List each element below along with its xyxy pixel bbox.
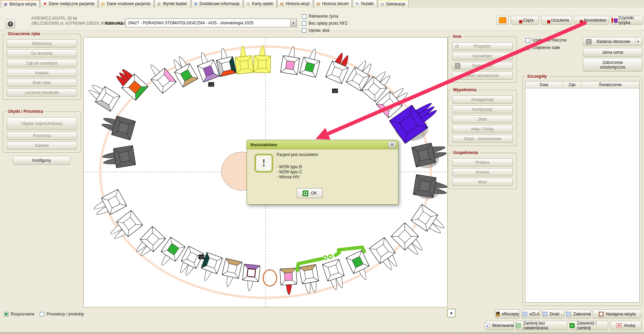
column-header-swiadczenie[interactable]: Świadczenie [581, 81, 639, 88]
rozpoznanie-checkbox[interactable] [4, 312, 8, 316]
tooth[interactable] [143, 59, 176, 94]
close-icon[interactable]: ✕ [388, 141, 396, 148]
tooth[interactable] [280, 268, 298, 295]
patient-name: ASIEWICZ AGATA, 26 lat [31, 16, 77, 21]
anuluj-button[interactable]: ✕ Anuluj [610, 321, 642, 330]
usun-zaznaczenie-button[interactable]: Usuń zaznaczenie [452, 72, 513, 80]
wyleczony-button[interactable]: Wyleczony [7, 40, 77, 48]
tab-dane-osobowe[interactable]: ▤Dane osobowe pacjenta [99, 0, 154, 8]
tab-historia-zlecen[interactable]: ▤Historia zleceń [314, 0, 352, 8]
druki-button[interactable]: Druki ... [542, 309, 564, 318]
uzebienie-stale-checkbox[interactable] [526, 46, 530, 50]
procedury-produkty-checkbox[interactable] [40, 312, 44, 316]
tooth[interactable] [242, 264, 260, 292]
tooth[interactable] [101, 146, 136, 170]
zlote-button[interactable]: Złote [452, 115, 513, 123]
chevron-down-icon[interactable]: ▼ [636, 37, 641, 46]
tooth[interactable] [85, 80, 120, 111]
upraw-dod-checkbox[interactable] [302, 28, 306, 33]
pencil-icon: ✎ [355, 2, 359, 5]
button-label: eRecepty [502, 312, 519, 316]
skierowanie-button[interactable]: ▲ Skierowanie [485, 321, 514, 330]
column-header-zab[interactable]: Ząb [563, 81, 581, 88]
zaburzenia-ortodontyczne-button[interactable]: Zaburzenia ortodontyczne [583, 58, 642, 72]
tooth[interactable] [346, 250, 374, 284]
tooth[interactable] [412, 140, 447, 167]
leczenie-kanalowe-button[interactable]: Leczenie kanałowe [7, 88, 77, 97]
badania-obrazowe-button[interactable]: Badania obrazowe ▼ [583, 37, 642, 46]
chevron-down-icon[interactable]: ▼ [290, 19, 297, 27]
amalgamaty-button[interactable]: Amalgamaty [452, 96, 513, 104]
zatwierdz-i-zamknij-button[interactable]: ✓ Zatwierdź i zamknij [569, 321, 608, 330]
korona-button[interactable]: Korona [452, 168, 513, 176]
tooth[interactable] [220, 258, 242, 289]
ok-button[interactable]: OK [297, 188, 323, 198]
unit-select[interactable]: 26427 - PORADNIA STOMATOLOGICZNA - AOS -… [125, 19, 297, 27]
ubytek-nieprochnicowy-button[interactable]: Ubytek niepróchnicowy [7, 117, 77, 130]
button-label: Most [478, 180, 487, 184]
color-swatch-button[interactable] [497, 16, 509, 25]
do-leczenia-button[interactable]: Do leczenia [7, 49, 77, 57]
dodaj-rtg-button[interactable]: Dodaj RTG [452, 62, 513, 70]
komentarz-button[interactable]: Komentarz [452, 52, 513, 60]
xray-tag-icon[interactable] [332, 89, 338, 93]
button-label: Dodaj RTG [472, 63, 493, 68]
tooth[interactable] [322, 259, 347, 291]
inlay-onlay-button[interactable]: Inlay / Onlay [452, 125, 513, 133]
zab-do-usuniecia-button[interactable]: Ząb do usunięcia [7, 59, 77, 67]
unit-select-value: 26427 - PORADNIA STOMATOLOGICZNA - AOS -… [126, 21, 290, 25]
kamien-button[interactable]: Kamień [7, 142, 77, 150]
most-button[interactable]: Most [452, 178, 513, 186]
warning-icon: ! [254, 154, 273, 173]
tooth[interactable] [132, 226, 166, 260]
dialog-titlebar[interactable]: Nosicielstwo ✕ [247, 140, 398, 149]
tab-deklaracje[interactable]: ▤Deklaracje [378, 0, 409, 8]
erecepty-button[interactable]: eRecepty [495, 309, 520, 318]
ratowanie-zycia-checkbox[interactable] [302, 14, 306, 19]
checkbox-label: Upraw. dod. [309, 28, 330, 33]
czynniki-ryzyka-button[interactable]: Czynniki ryzyka [611, 16, 643, 25]
brak-zeba-button[interactable]: Brak zęba [7, 79, 77, 87]
tooth[interactable] [100, 112, 136, 140]
details-table[interactable]: Data Ząb Świadczenie [525, 81, 640, 303]
help-button[interactable]: ? [6, 19, 15, 29]
tooth[interactable] [91, 189, 127, 220]
xray-tag-icon[interactable] [208, 82, 214, 86]
button-label: Badania obrazowe [594, 39, 633, 44]
tooth[interactable] [413, 175, 447, 200]
tab-wyniki-badan[interactable]: ▥Wyniki badań [155, 0, 191, 8]
tooth[interactable] [411, 204, 447, 238]
jama-ustna-button[interactable]: Jama ustna [583, 48, 642, 57]
przywroc-button[interactable]: ↺Przywróć [452, 42, 513, 50]
konfiguruj-button[interactable]: Konfiguruj [13, 156, 70, 165]
collapse-button[interactable]: ∧ [447, 309, 456, 317]
tab-notatki[interactable]: ✎Notatki [353, 0, 377, 8]
tooth[interactable] [299, 264, 320, 294]
prochnica-button[interactable]: Próchnica [7, 132, 77, 140]
tab-biezaca-wizyta[interactable]: ▦Bieżąca wizyta [1, 0, 39, 8]
zamknij-bez-zatwierdzania-button[interactable]: Zamknij bez zatwierdzania [516, 321, 567, 330]
tooth[interactable] [254, 45, 271, 73]
info-form-icon: ≣ [194, 2, 198, 5]
implant-button[interactable]: Implant [7, 69, 77, 77]
nastepna-wizyta-button[interactable]: Następna wizyta [593, 309, 642, 318]
ciaza-button[interactable]: Ciąża [511, 16, 539, 25]
nosicielstwo-button[interactable]: Nosicielstwo [574, 16, 609, 25]
column-header-data[interactable]: Data [525, 81, 563, 88]
kompozyty-button[interactable]: Kompozyty [452, 105, 513, 113]
zalecenia-button[interactable]: Zalecenia [566, 309, 591, 318]
bez-oplaty-checkbox[interactable] [302, 21, 306, 26]
ezla-button[interactable]: eZLA [522, 309, 540, 318]
uczulenia-button[interactable]: Uczulenia [541, 16, 572, 25]
orange-swatch-icon [499, 17, 506, 23]
xray-tag-icon[interactable] [199, 255, 204, 259]
tab-historia-wizyt[interactable]: ▤Historia wizyt [277, 0, 313, 8]
freehand-annotation-circle [324, 256, 327, 259]
proteza-button[interactable]: Proteza [452, 158, 513, 166]
uzebienie-mleczne-checkbox[interactable] [526, 38, 530, 43]
tab-karty-opieki[interactable]: ≣Karty opieki [244, 0, 277, 8]
glass-jonomerowe-button[interactable]: Glass - Jonomerowe [452, 135, 513, 143]
tab-dane-medyczne[interactable]: ✚Dane medyczne pacjenta [40, 0, 97, 8]
tooth[interactable] [263, 270, 277, 286]
tab-dodatkowe-informacje[interactable]: ≣Dodatkowe informacje [191, 0, 243, 8]
